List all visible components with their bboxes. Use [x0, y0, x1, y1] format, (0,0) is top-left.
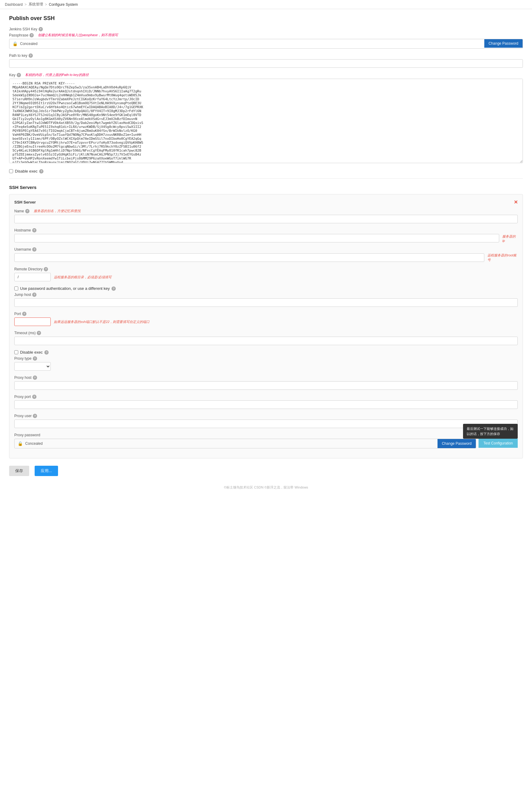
server-proxy-password-label: Proxy password: [14, 433, 518, 437]
server-remote-dir-input[interactable]: [14, 273, 51, 281]
server-remote-dir-hint: 远程服务器的根目录，必须是/必须填写: [54, 275, 112, 280]
server-timeout-group: Timeout (ms) ? 300000: [14, 331, 518, 345]
passphrase-help-icon[interactable]: ?: [30, 33, 34, 37]
key-group: Key ? 私钥的内容，代替上面的Path to key的路径: [9, 73, 523, 164]
server-proxy-host-help-icon[interactable]: ?: [33, 376, 37, 380]
server-username-input[interactable]: [14, 253, 484, 262]
proxy-password-lock-icon: 🔒: [18, 441, 23, 446]
passphrase-label: Passphrase ? 创建公私钥的时候没有输入过passphase，则不用填…: [9, 33, 523, 37]
server-port-label: Port ?: [14, 312, 518, 316]
breadcrumb: Dashboard > 系统管理 > Configure System: [0, 0, 532, 9]
main-content: Publish over SSH Jenkins SSH Key ? Passp…: [0, 9, 532, 799]
server-proxy-user-input[interactable]: [14, 420, 518, 428]
divider-1: [9, 178, 523, 179]
footer: ©标土馒鸟技术社区 CSDN ©新浮之流，留法带 Windows: [9, 485, 523, 496]
breadcrumb-sep2: >: [45, 2, 47, 7]
server-proxy-port-input[interactable]: 0: [14, 400, 518, 409]
server-jump-host-help-icon[interactable]: ?: [32, 292, 36, 297]
server-proxy-host-label: Proxy host ?: [14, 376, 518, 380]
key-help-icon[interactable]: ?: [17, 73, 21, 77]
server-hostname-group: Hostname ? 服务器的ip: [14, 228, 518, 243]
passphrase-concealed-inner: 🔒 Concealed: [10, 39, 484, 48]
passphrase-concealed-text: Concealed: [20, 42, 37, 46]
server-hostname-hint: 服务器的ip: [502, 234, 518, 243]
server-jump-host-label: Jump host ?: [14, 292, 518, 297]
save-button[interactable]: 保存: [9, 466, 29, 476]
server-proxy-type-help-icon[interactable]: ?: [33, 356, 37, 361]
disable-exec-label: Disable exec: [15, 169, 37, 173]
server-proxy-user-group: Proxy user ?: [14, 414, 518, 428]
server-proxy-port-help-icon[interactable]: ?: [32, 395, 36, 399]
ssh-server-header: SSH Server ✕: [14, 199, 518, 205]
server-remote-dir-label: Remote Directory ?: [14, 267, 518, 271]
jenkins-ssh-key-label: Jenkins SSH Key ?: [9, 27, 523, 31]
server-port-help-icon[interactable]: ?: [22, 312, 26, 316]
path-to-key-group: Path to key ?: [9, 54, 523, 68]
server-disable-exec-help-icon[interactable]: ?: [44, 350, 49, 355]
server-username-label: Username ?: [14, 247, 518, 251]
server-name-hint: 服务器的别名，方便记忆和查找: [34, 209, 80, 213]
breadcrumb-current: Configure System: [49, 2, 78, 7]
server-jump-host-input[interactable]: [14, 298, 518, 307]
key-hint: 私钥的内容，代替上面的Path to key的路径: [25, 73, 89, 77]
key-label: Key ? 私钥的内容，代替上面的Path to key的路径: [9, 73, 523, 77]
server-disable-exec-group: Disable exec ?: [14, 350, 518, 355]
path-to-key-help-icon[interactable]: ?: [28, 54, 33, 58]
server-proxy-user-label: Proxy user ?: [14, 414, 518, 418]
server-username-hint: 远程服务器的root账号: [487, 253, 518, 262]
passphrase-group: Passphrase ? 创建公私钥的时候没有输入过passphase，则不用填…: [9, 33, 523, 49]
server-name-help-icon[interactable]: ?: [25, 209, 30, 213]
use-password-label: Use password authentication, or use a di…: [20, 286, 110, 291]
server-timeout-label: Timeout (ms) ?: [14, 331, 518, 335]
breadcrumb-sysmgr[interactable]: 系统管理: [28, 2, 43, 7]
server-proxy-user-help-icon[interactable]: ?: [33, 414, 37, 418]
disable-exec-checkbox[interactable]: [9, 169, 13, 173]
passphrase-hint: 创建公私钥的时候没有输入过passphase，则不用填写: [38, 33, 118, 37]
server-disable-exec-checkbox[interactable]: [14, 350, 18, 354]
apply-button[interactable]: 应用...: [35, 466, 58, 476]
test-config-container: 最后测试一下能够连接成功，如以的话，按下方的保存 Test Configurat…: [478, 439, 518, 449]
server-hostname-help-icon[interactable]: ?: [32, 228, 36, 232]
passphrase-change-password-button[interactable]: Change Password: [484, 39, 522, 48]
test-configuration-button[interactable]: Test Configuration: [478, 439, 518, 448]
action-buttons: 保存 应用...: [9, 466, 523, 476]
jenkins-ssh-key-help-icon[interactable]: ?: [39, 27, 43, 31]
server-proxy-host-input[interactable]: [14, 381, 518, 390]
disable-exec-group: Disable exec ?: [9, 169, 523, 173]
path-to-key-input[interactable]: [9, 59, 523, 68]
disable-exec-help-icon[interactable]: ?: [39, 169, 43, 173]
proxy-password-change-button[interactable]: Change Password: [438, 439, 476, 448]
server-proxy-type-select[interactable]: HTTP SOCKS4 SOCKS5: [14, 362, 51, 370]
server-username-group: Username ? 远程服务器的root账号: [14, 247, 518, 262]
server-disable-exec-label: Disable exec: [20, 350, 42, 355]
use-password-group: Use password authentication, or use a di…: [14, 286, 518, 291]
server-jump-host-group: Jump host ?: [14, 292, 518, 307]
server-proxy-type-label: Proxy type ?: [14, 356, 518, 361]
proxy-password-concealed-inner: 🔒 Concealed: [15, 439, 438, 448]
server-name-label: Name ? 服务器的别名，方便记忆和查找: [14, 209, 518, 213]
server-port-input[interactable]: [14, 318, 51, 326]
ssh-server-close-button[interactable]: ✕: [514, 199, 518, 205]
server-timeout-help-icon[interactable]: ?: [37, 331, 41, 335]
server-remote-dir-help-icon[interactable]: ?: [44, 267, 48, 271]
server-proxy-port-group: Proxy port ? 0: [14, 395, 518, 409]
server-port-hint: 如果远远服务器的ssh端口默认不是22，则需要填写自定义的端口: [54, 320, 150, 324]
server-timeout-input[interactable]: 300000: [14, 337, 518, 345]
server-proxy-password-group: Proxy password 🔒 Concealed Change Passwo…: [14, 433, 518, 449]
server-username-help-icon[interactable]: ?: [32, 247, 36, 251]
server-name-input[interactable]: [14, 215, 518, 223]
use-password-checkbox[interactable]: [14, 286, 18, 290]
server-hostname-label: Hostname ?: [14, 228, 518, 232]
server-proxy-host-group: Proxy host ?: [14, 376, 518, 390]
breadcrumb-dashboard[interactable]: Dashboard: [5, 2, 23, 7]
ssh-server-box: SSH Server ✕ Name ? 服务器的别名，方便记忆和查找 Hostn…: [9, 194, 523, 458]
key-textarea[interactable]: [9, 79, 523, 163]
passphrase-field: 🔒 Concealed Change Password: [9, 39, 523, 49]
breadcrumb-sep1: >: [25, 2, 27, 7]
path-to-key-label: Path to key ?: [9, 54, 523, 58]
server-proxy-port-label: Proxy port ?: [14, 395, 518, 399]
server-hostname-input[interactable]: [14, 234, 499, 243]
use-password-help-icon[interactable]: ?: [112, 286, 116, 291]
server-proxy-type-group: Proxy type ? HTTP SOCKS4 SOCKS5: [14, 356, 518, 370]
server-remote-dir-group: Remote Directory ? 远程服务器的根目录，必须是/必须填写: [14, 267, 518, 281]
